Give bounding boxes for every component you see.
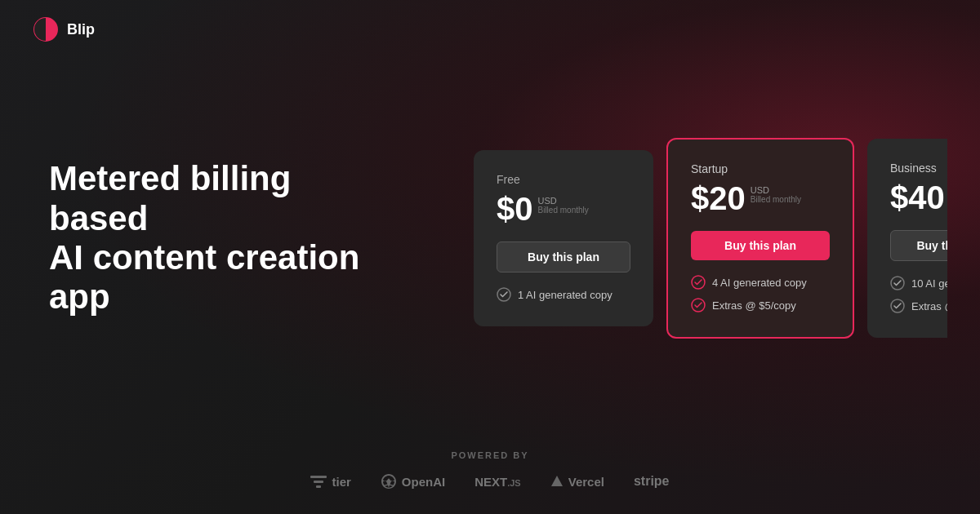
hero-section: Metered billing based AI content creatio… — [49, 159, 392, 317]
free-plan-name: Free — [497, 173, 630, 186]
openai-label: OpenAI — [402, 475, 445, 489]
startup-price-row: $20 USD Billed monthly — [691, 182, 830, 215]
vercel-label: Vercel — [568, 475, 604, 489]
openai-icon — [381, 473, 397, 490]
pricing-cards: Free $0 USD Billed monthly Buy this plan — [474, 138, 947, 339]
check-icon — [890, 276, 905, 290]
business-price: $40 — [890, 181, 945, 214]
startup-feature-2: Extras @ $5/copy — [691, 298, 830, 312]
free-billing: Billed monthly — [538, 206, 589, 215]
nextjs-brand: NEXT.JS — [474, 475, 521, 489]
startup-billing: Billed monthly — [751, 195, 801, 204]
startup-currency: USD — [751, 185, 801, 195]
check-icon — [691, 275, 706, 290]
svg-rect-6 — [310, 476, 327, 478]
svg-rect-8 — [316, 485, 321, 488]
hero-title: Metered billing based AI content creatio… — [49, 159, 392, 317]
svg-marker-9 — [551, 476, 563, 486]
check-icon — [497, 287, 511, 302]
check-icon — [691, 298, 706, 312]
startup-price: $20 — [691, 182, 746, 215]
pricing-card-startup: Startup $20 USD Billed monthly Buy this … — [666, 138, 854, 339]
nextjs-label: NEXT.JS — [474, 475, 521, 489]
tier-label: tier — [332, 475, 350, 489]
free-price-details: USD Billed monthly — [538, 193, 589, 215]
vercel-brand: Vercel — [550, 475, 604, 489]
logo-text: Blip — [67, 21, 95, 38]
svg-rect-7 — [314, 481, 323, 483]
free-currency: USD — [538, 196, 589, 206]
business-feature-2: Extras @ $4/... — [890, 299, 947, 313]
startup-plan-name: Startup — [691, 162, 830, 175]
footer: POWERED BY tier OpenAI NEXT.JS — [0, 434, 980, 514]
business-price-row: $40 USD Billed mo... — [890, 181, 947, 214]
startup-feature-1: 4 AI generated copy — [691, 275, 830, 290]
business-feature-1: 10 AI genera... — [890, 276, 947, 290]
business-features: 10 AI genera... Extras @ $4/... — [890, 276, 947, 313]
free-features: 1 AI generated copy — [497, 287, 630, 302]
vercel-icon — [550, 475, 564, 488]
business-plan-name: Business — [890, 162, 947, 175]
pricing-card-free: Free $0 USD Billed monthly Buy this plan — [474, 150, 653, 326]
openai-brand: OpenAI — [381, 473, 445, 490]
free-price: $0 — [497, 193, 533, 225]
stripe-brand: stripe — [634, 474, 670, 489]
powered-by-label: POWERED BY — [451, 450, 528, 460]
free-feature-1: 1 AI generated copy — [497, 287, 630, 302]
tier-icon — [310, 474, 327, 489]
free-price-row: $0 USD Billed monthly — [497, 193, 630, 225]
startup-features: 4 AI generated copy Extras @ $5/copy — [691, 275, 830, 312]
check-icon — [890, 299, 905, 313]
pricing-card-business: Business $40 USD Billed mo... Buy thi... — [867, 139, 947, 338]
startup-price-details: USD Billed monthly — [751, 182, 801, 204]
blip-logo-icon — [33, 16, 59, 42]
free-buy-button[interactable]: Buy this plan — [497, 241, 630, 273]
business-buy-button[interactable]: Buy thi... — [890, 230, 947, 261]
startup-buy-button[interactable]: Buy this plan — [691, 231, 830, 260]
powered-by-logos: tier OpenAI NEXT.JS Vercel — [310, 473, 669, 490]
tier-brand: tier — [310, 474, 350, 489]
stripe-label: stripe — [634, 474, 670, 489]
